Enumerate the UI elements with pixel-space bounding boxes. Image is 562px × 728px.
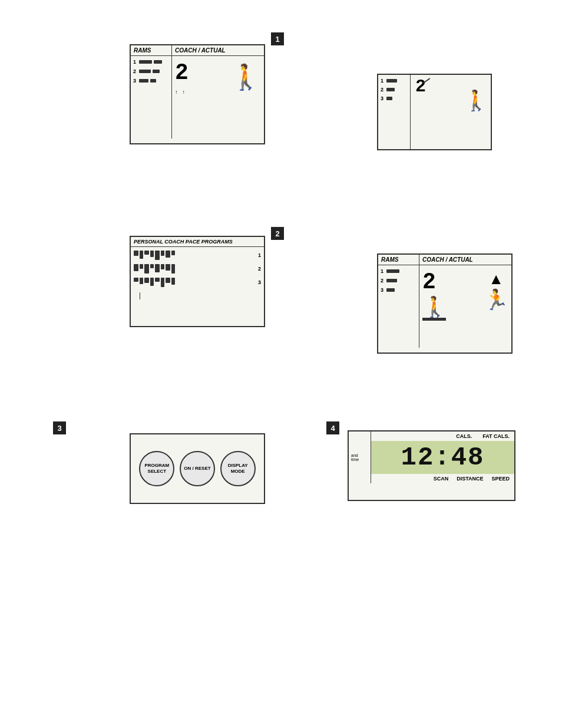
p2-bar-row-3: 3	[381, 95, 408, 101]
bar-row-2: 2	[133, 68, 169, 74]
pb-1-6	[161, 251, 164, 256]
pb-3-1	[134, 278, 138, 282]
panel-rams-coach-2: RAMS COACH / ACTUAL 1 2 3 2 🚶	[377, 253, 513, 354]
digital-time-display: 12:48	[371, 441, 514, 474]
pb-1-1	[134, 251, 138, 256]
left-label-and: and	[351, 453, 368, 457]
walk-bar	[422, 318, 446, 321]
panel-6-inner: and time CALS. FAT CALS. 12:48 SCAN DIST…	[349, 431, 514, 483]
panel-1-number: 2	[175, 62, 189, 84]
p4-row-2: 2	[381, 278, 384, 284]
pb-3-6	[161, 278, 164, 287]
mini-bar-1b	[154, 60, 162, 64]
p4-mini-bar-1	[386, 269, 399, 273]
panel-4-right: 2 🚶 ▲ 🏃	[419, 265, 511, 348]
pb-2-3	[144, 264, 149, 274]
pace-programs-header: PERSONAL COACH PACE PROGRAMS	[131, 237, 264, 247]
pb-1-4	[150, 251, 154, 257]
mini-bar-3b	[150, 79, 156, 83]
panel-1-right: 2 ↑ ↑ 🚶	[172, 56, 264, 139]
row-num-1: 1	[133, 59, 136, 65]
panel-1-header: RAMS COACH / ACTUAL	[131, 45, 264, 56]
row-num-3: 3	[133, 78, 136, 84]
pb-3-7	[166, 278, 170, 283]
pb-1-5	[155, 251, 160, 260]
p2-number: 2	[415, 78, 426, 95]
bar-row-3: 3	[133, 78, 169, 84]
p2-mini-bar-3	[386, 97, 392, 100]
panel-4-header: RAMS COACH / ACTUAL	[378, 255, 511, 265]
pace-bars-3	[134, 278, 254, 287]
p2-bar-row-1: 1	[381, 78, 408, 84]
pb-3-4	[150, 278, 154, 286]
p4-bar-row-1: 1	[381, 268, 416, 274]
panel-1-left: 1 2 3	[131, 56, 172, 139]
distance-label: DISTANCE	[457, 476, 483, 482]
p4-bar-row-2: 2	[381, 278, 416, 284]
pb-1-8	[171, 251, 175, 255]
scan-label: SCAN	[434, 476, 449, 482]
panel-4-number: 2	[422, 271, 447, 294]
pace-bars-1	[134, 251, 254, 260]
display-bottom-labels: SCAN DISTANCE SPEED	[371, 474, 514, 483]
pace-row-1: 1	[134, 251, 261, 260]
panel-digital-display: and time CALS. FAT CALS. 12:48 SCAN DIST…	[348, 430, 515, 501]
mini-bar-1a	[139, 60, 152, 64]
coach-actual-label: COACH / ACTUAL	[172, 45, 264, 55]
pb-2-1	[134, 264, 138, 271]
pb-3-2	[140, 278, 143, 284]
rams-label: RAMS	[131, 45, 172, 55]
p2-row-2: 2	[381, 87, 384, 93]
tick-line	[140, 292, 140, 299]
p4-mini-bar-2	[386, 279, 397, 282]
panel-1-body: 1 2 3 2 ↑ ↑	[131, 56, 264, 139]
panel-rams-coach-1: RAMS COACH / ACTUAL 1 2 3	[130, 44, 265, 144]
p2-bar-row-2: 2	[381, 87, 408, 93]
pb-1-7	[166, 251, 170, 258]
pb-2-6	[161, 264, 164, 269]
left-label-time: time	[351, 457, 368, 462]
panel-2-left: 1 2 3	[378, 75, 411, 149]
fat-cals-label: FAT CALS.	[482, 433, 510, 439]
pb-1-2	[140, 251, 143, 259]
p2-row-1: 1	[381, 78, 384, 84]
up-arrow-4: ▲	[488, 271, 504, 286]
pb-2-5	[155, 264, 160, 272]
pb-3-3	[144, 278, 149, 283]
panel-2-right: 2 🚶	[411, 75, 493, 149]
panel-pace-programs: PERSONAL COACH PACE PROGRAMS 1	[130, 236, 265, 327]
program-select-button[interactable]: PROGRAM SELECT	[139, 451, 174, 486]
p2-person-icon: 🚶	[464, 88, 488, 112]
pace-row-3: 3	[134, 278, 261, 287]
walk-icon-4: 🚶	[422, 297, 447, 317]
pace-programs-body: 1 2	[131, 247, 264, 303]
display-main: CALS. FAT CALS. 12:48 SCAN DISTANCE SPEE…	[371, 431, 514, 483]
step-badge-3: 3	[53, 421, 66, 434]
display-mode-button[interactable]: DISPLAY MODE	[220, 451, 256, 486]
p4-coach-label: COACH / ACTUAL	[419, 255, 511, 265]
speed-label: SPEED	[491, 476, 510, 482]
p4-bar-row-3: 3	[381, 287, 416, 293]
panel-buttons: PROGRAM SELECT ON / RESET DISPLAY MODE	[130, 433, 265, 504]
pb-1-3	[144, 251, 149, 255]
mini-bar-2b	[153, 70, 160, 73]
step-badge-4: 4	[326, 421, 339, 434]
pace-bars-2	[134, 264, 254, 274]
person-icon-1: 🚶	[230, 65, 261, 90]
panel-4-left: 1 2 3	[378, 265, 419, 348]
on-reset-button[interactable]: ON / RESET	[180, 451, 215, 486]
pace-num-2: 2	[258, 266, 261, 272]
arrow-indicator-1: ↑	[175, 89, 178, 95]
pb-2-8	[171, 264, 175, 274]
p4-row-1: 1	[381, 268, 384, 274]
panel-4-body: 1 2 3 2 🚶 ▲ 🏃	[378, 265, 511, 348]
arrow-indicator-2: ↑	[183, 89, 186, 95]
run-icon-4: 🏃	[484, 289, 508, 309]
p4-row-3: 3	[381, 287, 384, 293]
panel-2-body: 1 2 3 2 🚶	[378, 75, 493, 149]
cals-label: CALS.	[456, 433, 472, 439]
panel-small-1: 1 2 3 2 🚶	[377, 74, 492, 150]
p4-rams-label: RAMS	[378, 255, 419, 265]
bar-row-1: 1	[133, 59, 169, 65]
step-badge-2: 2	[271, 227, 284, 240]
